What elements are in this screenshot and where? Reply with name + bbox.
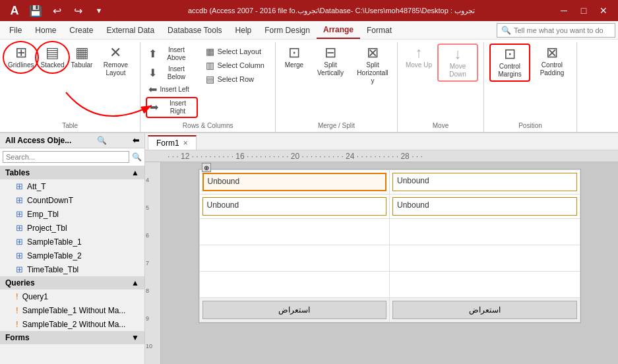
tables-section-header[interactable]: Tables ▲ [0,166,144,179]
unbound-field-2[interactable]: Unbound [392,173,577,191]
move-up-icon: ↑ [415,46,422,60]
move-up-label: Move Up [406,61,432,69]
ruler-mark-5: 5 [145,203,160,212]
split-horizontally-label: Split Horizontally [356,61,389,85]
canvas-column: · · · 12 · · · · · · · · · · 16 · · · · … [145,150,618,364]
insert-right-icon: ➡ [150,102,158,113]
table-countdown-t[interactable]: ⊞ CountDownT [0,193,144,207]
sampletable-1-without-label: SampleTable_1 Without Ma... [22,306,126,315]
table-sampletable-2[interactable]: ⊞ SampleTable_2 [0,249,144,262]
panel-search[interactable]: 🔍 [0,148,144,166]
form-row-1: Unbound Unbound [199,170,580,195]
query-icon: ! [16,319,18,329]
sampletable-2-without-query[interactable]: ! SampleTable_2 Without Ma... [0,317,144,331]
select-column-button[interactable]: ▥ Select Column [203,59,267,72]
redo-button[interactable]: ↪ [69,1,87,20]
form1-tab-close[interactable]: × [183,138,188,148]
left-ruler: 4 5 6 7 8 9 10 11 [145,162,161,364]
titlebar: A 💾 ↩ ↪ ▼ تجروب : Database- C:\Users\moh… [0,0,618,21]
menu-home[interactable]: Home [28,21,63,39]
move-content: ↑ Move Up ↓ Move Down [402,42,479,121]
minimize-button[interactable]: ─ [555,1,573,20]
form-row-2: Unbound Unbound [199,195,580,219]
unbound-field-1[interactable]: Unbound [202,173,387,191]
customize-button[interactable]: ▼ [90,1,108,20]
menu-create[interactable]: Create [63,21,100,39]
select-layout-button[interactable]: ▦ Select Layout [203,45,267,58]
move-down-button[interactable]: ↓ Move Down [437,44,478,82]
form-button-2[interactable]: استعراض [392,301,577,319]
ruler-mark-7: 7 [145,258,160,268]
select-column-label: Select Column [217,61,264,69]
stacked-button[interactable]: ▤ Stacked [38,44,67,71]
table-icon: ⊞ [16,251,23,260]
form-row-empty-1 [199,219,580,245]
merge-label: Merge [285,61,303,69]
save-button[interactable]: 💾 [26,1,45,20]
tabular-button[interactable]: ▦ Tabular [69,44,96,71]
timetable-tbl-label: TimeTable_Tbl [27,265,78,274]
undo-button[interactable]: ↩ [47,1,66,20]
panel-search-input[interactable] [3,151,129,163]
insert-right-button[interactable]: ➡ Insert Right [146,97,198,118]
forms-label: Forms [5,333,30,342]
insert-above-label: Insert Above [160,46,193,62]
select-row-button[interactable]: ▤ Select Row [203,73,267,86]
form-cell-1-1: Unbound [199,170,390,195]
form1-tab-label: Form1 [156,138,179,148]
remove-layout-button[interactable]: ✕ Remove Layout [96,44,135,79]
maximize-button[interactable]: □ [574,1,593,20]
table-project-tbl[interactable]: ⊞ Project_Tbl [0,221,144,235]
merge-button[interactable]: ⊡ Merge [281,44,307,71]
form-move-handle[interactable]: ⊕ [202,163,211,172]
form1-tab[interactable]: Form1 × [148,135,197,150]
insert-below-button[interactable]: ⬇ Insert Below [146,64,198,82]
ribbon-group-rows-cols: ⬆ Insert Above ⬇ Insert Below ⬅ Insert L… [140,42,276,132]
form-empty-cell-4 [390,245,580,272]
control-padding-button[interactable]: ⊠ Control Padding [533,44,571,79]
insert-above-button[interactable]: ⬆ Insert Above [146,45,198,63]
workspace: All Access Obje... 🔍 ⬅ 🔍 Tables ▲ ⊞ Att_… [0,133,618,364]
menu-external-data[interactable]: External Data [100,21,161,39]
queries-section-header[interactable]: Queries ▲ [0,276,144,289]
panel-chevron[interactable]: ⬅ [133,136,139,145]
forms-section: Forms ▼ [0,331,144,344]
menu-database-tools[interactable]: Database Tools [161,21,229,39]
access-logo: A [5,1,24,20]
ribbon-group-position: ⊡ Control Margins ⊠ Control Padding Posi… [484,42,577,132]
table-sampletable-1[interactable]: ⊞ SampleTable_1 [0,235,144,249]
control-padding-label: Control Padding [536,61,569,77]
menu-format[interactable]: Format [360,21,398,39]
form-button-1[interactable]: استعراض [202,301,387,319]
ribbon-search-input[interactable] [514,26,611,34]
unbound-field-4[interactable]: Unbound [392,197,577,216]
query1-item[interactable]: ! Query1 [0,289,144,303]
close-button[interactable]: ✕ [594,1,613,20]
forms-section-header[interactable]: Forms ▼ [0,331,144,344]
move-up-button[interactable]: ↑ Move Up [403,44,435,71]
control-margins-button[interactable]: ⊡ Control Margins [489,44,530,82]
insert-left-button[interactable]: ⬅ Insert Left [146,83,198,96]
menu-form-design[interactable]: Form Design [258,21,317,39]
split-horizontally-button[interactable]: ⊠ Split Horizontally [354,44,392,87]
insert-right-label: Insert Right [161,100,194,115]
table-icon: ⊞ [16,264,23,274]
rows-cols-label: Rows & Columns [144,121,271,132]
menu-arrange[interactable]: Arrange [317,21,360,39]
table-att-t[interactable]: ⊞ Att_T [0,179,144,193]
ribbon-search-box[interactable]: 🔍 [497,23,615,38]
select-layout-label: Select Layout [217,47,261,55]
split-vertically-button[interactable]: ⊟ Split Vertically [311,44,350,79]
menu-help[interactable]: Help [229,21,259,39]
move-down-label: Move Down [441,63,474,78]
select-row-icon: ▤ [206,74,214,84]
menu-file[interactable]: File [3,21,28,39]
insert-above-icon: ⬆ [148,49,157,59]
position-content: ⊡ Control Margins ⊠ Control Padding [488,42,572,121]
table-emp-tbl[interactable]: ⊞ Emp_Tbl [0,207,144,221]
button-cell-1: استعراض [199,298,390,322]
unbound-field-3[interactable]: Unbound [202,197,387,216]
gridlines-button[interactable]: ⊞ Gridlines [5,44,36,71]
sampletable-1-without-query[interactable]: ! SampleTable_1 Without Ma... [0,303,144,317]
table-timetable-tbl[interactable]: ⊞ TimeTable_Tbl [0,262,144,276]
